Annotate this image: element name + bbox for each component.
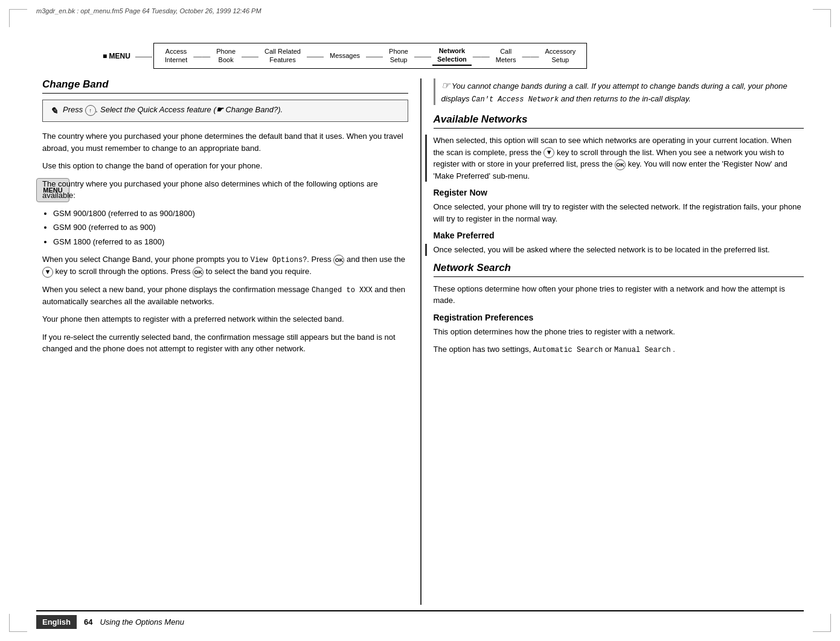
v-bar-indicator (425, 135, 427, 182)
left-para-5: When you select a new band, your phone d… (42, 284, 408, 308)
left-para-1: The country where you purchased your pho… (42, 130, 408, 154)
left-para-3: The country where you purchased your pho… (42, 178, 408, 202)
nav-bar: ■ MENU —— Access Internet —— Phone Book … (103, 39, 774, 72)
list-item: GSM 1800 (referred to as 1800) (53, 236, 408, 248)
available-networks-title: Available Networks (434, 113, 804, 129)
ok-button-3: OK (615, 159, 626, 170)
page-footer: English 64 Using the Options Menu (36, 610, 804, 629)
note-text: Press ↑. Select the Quick Access feature… (63, 105, 283, 116)
sidebar-item-phone-setup[interactable]: Phone Setup (384, 46, 413, 65)
nav-arrow-0: —— (135, 51, 152, 61)
nav-sep-3: —— (307, 51, 324, 61)
language-label: English (36, 615, 77, 629)
sidebar-item-network-selection[interactable]: Network Selection (432, 46, 472, 65)
ok-button-2: OK (193, 267, 204, 278)
reg-prefs-para1: This option determines how the phone tri… (434, 326, 804, 338)
register-now-heading: Register Now (434, 188, 804, 197)
network-search-para: These options determine how often your p… (434, 283, 804, 307)
note-icon: ✎ (50, 106, 58, 116)
page-number: 64 (84, 617, 92, 627)
left-para-6: Your phone then attempts to register wit… (42, 313, 408, 325)
sidebar-item-accessory-setup[interactable]: Accessory Setup (540, 46, 580, 65)
sidebar-item-access-internet[interactable]: Access Internet (160, 46, 192, 65)
left-para-2: Use this option to change the band of op… (42, 160, 408, 172)
nav-sep-6: —— (473, 51, 490, 61)
change-band-note: ✎ Press ↑. Select the Quick Access featu… (42, 100, 408, 122)
footer-section-text: Using the Options Menu (100, 617, 184, 627)
make-preferred-para: Once selected, you will be asked where t… (434, 244, 804, 256)
reg-prefs-para2: The option has two settings, Automatic S… (434, 343, 804, 356)
registration-prefs-heading: Registration Preferences (434, 313, 804, 322)
corner-mark-bl (9, 614, 27, 632)
nav-sep-1: —— (193, 51, 210, 61)
right-column: ☞ You cannot change bands during a call.… (420, 78, 804, 605)
change-band-title: Change Band (42, 78, 408, 94)
nav-sep-7: —— (522, 51, 539, 61)
v-bar-indicator-2 (425, 244, 427, 256)
sidebar-item-phone-book[interactable]: Phone Book (211, 46, 240, 65)
page-header: m3gdr_en.bk : opt_menu.fm5 Page 64 Tuesd… (36, 7, 804, 14)
sidebar-item-call-related[interactable]: Call Related Features (260, 46, 306, 65)
corner-mark-tl (9, 9, 27, 27)
sidebar-item-messages[interactable]: Messages (325, 51, 365, 61)
make-preferred-heading: Make Preferred (434, 231, 804, 240)
list-item: GSM 900/1800 (referred to as 900/1800) (53, 208, 408, 220)
band-options-list: GSM 900/1800 (referred to as 900/1800) G… (42, 208, 408, 248)
sidebar-item-call-meters[interactable]: Call Meters (491, 46, 521, 65)
scroll-down-button-1: ▼ (42, 267, 53, 278)
scroll-down-button-2: ▼ (543, 147, 554, 158)
list-item: GSM 900 (referred to as 900) (53, 222, 408, 234)
register-now-para: Once selected, your phone will try to re… (434, 201, 804, 225)
corner-mark-br (813, 614, 831, 632)
up-button: ↑ (85, 105, 96, 116)
available-networks-para: When selected, this option will scan to … (434, 135, 804, 182)
left-column: Change Band ✎ Press ↑. Select the Quick … (36, 78, 420, 605)
nav-sep-2: —— (242, 51, 258, 61)
right-note-box: ☞ You cannot change bands during a call.… (434, 78, 804, 105)
left-para-7: If you re-select the currently selected … (42, 331, 408, 355)
left-para-4: When you select Change Band, your phone … (42, 254, 408, 278)
nav-sep-5: —— (414, 51, 431, 61)
network-search-title: Network Search (434, 262, 804, 277)
corner-mark-tr (813, 9, 831, 27)
main-content: Change Band ✎ Press ↑. Select the Quick … (36, 78, 804, 605)
right-note-icon: ☞ (441, 80, 450, 91)
nav-sep-4: —— (366, 51, 383, 61)
ok-button-1: OK (333, 255, 344, 266)
nav-box-left: Access Internet —— Phone Book —— Call Re… (153, 43, 587, 68)
menu-label: ■ MENU (103, 52, 130, 60)
